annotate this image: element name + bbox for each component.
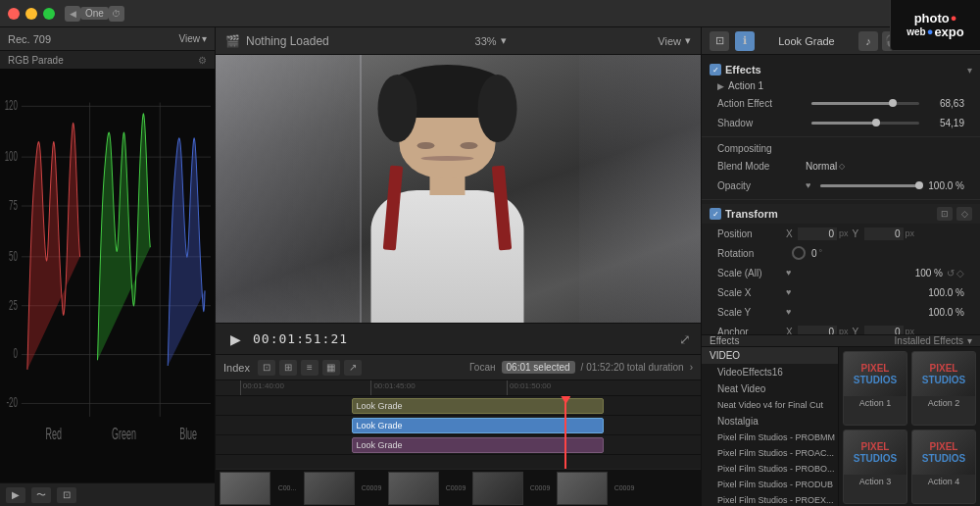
anchor-x-input[interactable] — [798, 326, 837, 335]
category-nostalgia[interactable]: Nostalgia — [702, 413, 838, 430]
effect-action3[interactable]: PIXELSTUDIOS Action 3 — [843, 430, 907, 504]
effect-action2[interactable]: PIXELSTUDIOS Action 2 — [911, 351, 976, 426]
scale-all-row: Scale (All) ♥ 100 % ↺ ◇ — [702, 263, 980, 282]
anchor-x-unit: px — [839, 327, 849, 334]
track-1: Look Grade — [216, 396, 701, 416]
opacity-slider[interactable] — [820, 184, 919, 187]
category-videoeffects16[interactable]: VideoEffects16 — [702, 364, 838, 380]
dot-blue: ● — [927, 25, 934, 37]
compositing-label: Compositing — [702, 141, 980, 156]
tl-icon-1[interactable]: ⊡ — [258, 360, 275, 376]
scope-settings-icon[interactable]: ⚙ — [198, 55, 207, 66]
pos-x-axis: X — [786, 228, 798, 239]
effect-action1[interactable]: PIXELSTUDIOS Action 1 — [843, 351, 907, 426]
scope-view-button[interactable]: View ▾ — [179, 33, 208, 44]
scale-y-heart[interactable]: ♥ — [786, 307, 791, 317]
opacity-thumb[interactable] — [915, 181, 923, 189]
effects-browser-body: VIDEO VideoEffects16 Neat Video Neat Vid… — [702, 347, 980, 506]
category-proac[interactable]: Pixel Film Studios - PROAC... — [702, 445, 838, 461]
tl-icon-5[interactable]: ↗ — [344, 360, 362, 376]
inspector-info-btn[interactable]: ℹ — [735, 31, 755, 51]
pos-x-input[interactable] — [798, 228, 837, 240]
preview-title-area: 🎬 Nothing Loaded — [225, 34, 329, 48]
blend-chevron-icon: ◇ — [839, 162, 845, 171]
effect-action4-thumb: PIXELSTUDIOS — [912, 430, 975, 475]
zoom-control[interactable]: 33% ▾ — [475, 34, 507, 47]
tl-icon-2[interactable]: ⊞ — [279, 360, 297, 376]
pos-y-input[interactable] — [864, 228, 904, 240]
close-button[interactable] — [8, 8, 20, 20]
action-effect-thumb[interactable] — [889, 99, 897, 107]
transform-keyframe-icon[interactable]: ◇ — [956, 207, 972, 221]
minimize-button[interactable] — [25, 8, 37, 20]
scale-heart-icon[interactable]: ♥ — [786, 268, 791, 278]
effect-action2-label: Action 2 — [928, 396, 960, 410]
pixel-logo-1: PIXELSTUDIOS — [844, 352, 906, 396]
effects-title: Effects — [725, 64, 761, 76]
filmstrip-frame-label-4: C0009 — [610, 472, 639, 505]
category-proex[interactable]: Pixel Film Studios - PROEX... — [702, 492, 838, 506]
pixel-logo-3: PIXELSTUDIOS — [844, 430, 906, 475]
category-neat-video-fcp[interactable]: Neat Video v4 for Final Cut — [702, 397, 838, 413]
action-effect-slider[interactable] — [811, 102, 919, 105]
tl-icon-4[interactable]: ▦ — [322, 360, 340, 376]
back-button[interactable]: ◀ — [65, 6, 80, 22]
filmstrip-frame-0 — [220, 472, 270, 505]
category-produb[interactable]: Pixel Film Studios - PRODUB — [702, 477, 838, 492]
title-bar: ◀ One ⏱ ⊞ ≡ ▦ — [0, 0, 980, 27]
view-control[interactable]: View ▾ — [658, 34, 691, 47]
svg-text:0: 0 — [13, 345, 18, 363]
scope-play-icon[interactable]: ▶ — [6, 487, 25, 503]
effect-action4[interactable]: PIXELSTUDIOS Action 4 — [911, 430, 976, 504]
shadow-thumb[interactable] — [872, 119, 880, 126]
effects-browser-tab[interactable]: Effects — [710, 335, 739, 346]
tl-icon-3[interactable]: ≡ — [301, 360, 318, 376]
pos-y-axis: Y — [853, 228, 864, 239]
inspector-icon-btn[interactable]: ⊡ — [710, 31, 729, 51]
track-name: Госан — [469, 362, 495, 373]
heart-icon[interactable]: ♥ — [806, 180, 810, 190]
scope-settings-btn[interactable]: ⊡ — [57, 487, 76, 503]
effects-checkbox[interactable]: ✓ — [710, 64, 721, 76]
filmstrip-frame-label-1: C0009 — [357, 472, 386, 505]
playhead[interactable] — [564, 396, 566, 469]
category-video[interactable]: VIDEO — [702, 347, 838, 364]
opacity-row: Opacity ♥ 100.0 % — [702, 176, 980, 195]
timeline-ruler: 00:01:40:00 00:01:45:00 00:01:50:00 — [216, 380, 701, 396]
scale-x-label: Scale X — [717, 287, 786, 298]
maximize-button[interactable] — [43, 8, 55, 20]
total-duration: / 01:52:20 total duration — [581, 362, 684, 373]
center-panel: 🎬 Nothing Loaded 33% ▾ View ▾ — [216, 27, 701, 506]
anchor-y-input[interactable] — [864, 326, 904, 335]
scale-keyframe-icon[interactable]: ◇ — [956, 268, 964, 278]
rh-audio-btn[interactable]: ♪ — [858, 31, 878, 51]
clock-icon: ⏱ — [109, 6, 124, 22]
category-neat-video[interactable]: Neat Video — [702, 380, 838, 397]
anchor-y-unit: px — [906, 327, 915, 334]
fullscreen-icon[interactable]: ⤢ — [679, 331, 691, 347]
blend-mode-label: Blend Mode — [717, 161, 806, 172]
action-effect-value: 68,63 — [925, 98, 964, 109]
action1-expand-icon[interactable]: ▶ — [717, 81, 724, 91]
effects-collapse-icon[interactable]: ▾ — [967, 65, 972, 76]
play-button[interactable]: ▶ — [225, 329, 245, 349]
category-probo[interactable]: Pixel Film Studios - PROBO... — [702, 461, 838, 477]
transform-checkbox[interactable]: ✓ — [710, 208, 721, 220]
effects-browser: Effects Installed Effects ▾ VIDEO VideoE… — [702, 334, 980, 506]
transform-reset-icon[interactable]: ⊡ — [937, 207, 953, 221]
category-probmm[interactable]: Pixel Film Studios - PROBMM — [702, 430, 838, 445]
scope-wave-icon[interactable]: 〜 — [31, 487, 51, 503]
pixel-logo-2: PIXELSTUDIOS — [912, 352, 975, 396]
effect-action1-thumb: PIXELSTUDIOS — [844, 352, 906, 396]
rot-unit: ° — [819, 248, 823, 258]
scale-x-heart[interactable]: ♥ — [786, 287, 791, 297]
rotation-dial[interactable] — [792, 246, 806, 260]
shadow-slider[interactable] — [811, 122, 919, 125]
timeline-header: Index ⊡ ⊞ ≡ ▦ ↗ Госан 06:01 selected / 0… — [216, 355, 701, 380]
anchor-x-axis: X — [786, 327, 798, 335]
scale-reset-icon[interactable]: ↺ — [947, 268, 955, 278]
svg-text:120: 120 — [5, 96, 18, 114]
blend-mode-value[interactable]: Normal ◇ — [806, 161, 845, 172]
track-2: Look Grade — [216, 416, 701, 435]
blend-mode-row: Blend Mode Normal ◇ — [702, 156, 980, 176]
